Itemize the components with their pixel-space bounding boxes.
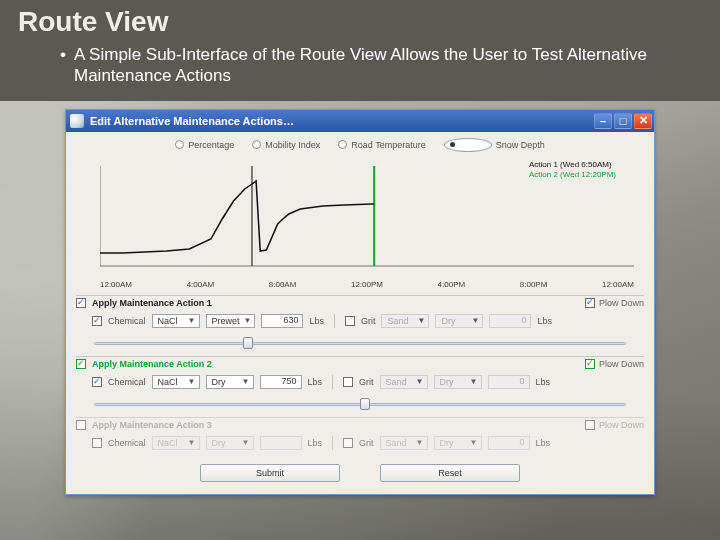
chem-form-2-select[interactable]: Dry▼: [206, 375, 254, 389]
chevron-down-icon: ▼: [472, 316, 480, 325]
chem-type-2-select[interactable]: NaCl▼: [152, 375, 200, 389]
x-tick: 12:00AM: [602, 280, 634, 289]
slider-track: [94, 342, 626, 345]
radio-label: Mobility Index: [265, 140, 320, 150]
plow-down-label: Plow Down: [599, 420, 644, 430]
chemical-label: Chemical: [108, 377, 146, 387]
grit-rate-3-input: 0: [488, 436, 530, 450]
radio-label: Road Temperature: [351, 140, 425, 150]
radio-mobility-index[interactable]: Mobility Index: [252, 138, 320, 152]
button-row: Submit Reset: [66, 456, 654, 494]
chevron-down-icon: ▼: [242, 438, 250, 447]
x-tick: 4:00PM: [438, 280, 466, 289]
time-slider-1[interactable]: [94, 336, 626, 350]
grit-2-checkbox[interactable]: [343, 377, 353, 387]
grit-label: Grit: [359, 438, 374, 448]
action-block-2: Apply Maintenance Action 2 Plow Down Che…: [76, 356, 644, 411]
app-window: Edit Alternative Maintenance Actions… – …: [65, 109, 655, 495]
divider: [332, 375, 333, 389]
chem-form-3-select: Dry▼: [206, 436, 254, 450]
grit-form-2-select[interactable]: Dry▼: [434, 375, 482, 389]
chem-rate-1-input[interactable]: 630: [261, 314, 303, 328]
chevron-down-icon: ▼: [470, 377, 478, 386]
minimize-button[interactable]: –: [594, 113, 612, 129]
radio-snow-depth[interactable]: Snow Depth: [444, 138, 545, 152]
slider-thumb[interactable]: [243, 337, 253, 349]
grit-type-3-select: Sand▼: [380, 436, 428, 450]
legend-action1: Action 1 (Wed 6:50AM): [529, 160, 616, 170]
action-2-title: Apply Maintenance Action 2: [92, 359, 262, 369]
radio-icon: [252, 140, 261, 149]
radio-road-temperature[interactable]: Road Temperature: [338, 138, 425, 152]
grit-type-1-select[interactable]: Sand▼: [381, 314, 429, 328]
action-1-title: Apply Maintenance Action 1: [92, 298, 262, 308]
slider-thumb[interactable]: [360, 398, 370, 410]
x-tick: 8:00AM: [269, 280, 297, 289]
time-slider-2[interactable]: [94, 397, 626, 411]
x-tick: 8:00PM: [520, 280, 548, 289]
bullet-icon: •: [60, 44, 66, 65]
action-block-1: Apply Maintenance Action 1 Plow Down Che…: [76, 295, 644, 350]
chart-legend: Action 1 (Wed 6:50AM) Action 2 (Wed 12:2…: [529, 160, 616, 181]
plow-down-label: Plow Down: [599, 298, 644, 308]
grit-label: Grit: [361, 316, 376, 326]
chevron-down-icon: ▼: [244, 316, 252, 325]
chart-x-ticks: 12:00AM 4:00AM 8:00AM 12:00PM 4:00PM 8:0…: [100, 280, 634, 289]
plow-down-3-checkbox: [585, 420, 595, 430]
chem-form-1-select[interactable]: Prewet▼: [206, 314, 256, 328]
rate-unit-label: Lbs: [308, 438, 323, 448]
chem-rate-2-input[interactable]: 750: [260, 375, 302, 389]
chevron-down-icon: ▼: [188, 377, 196, 386]
app-icon: [70, 114, 84, 128]
x-tick: 4:00AM: [187, 280, 215, 289]
divider: [334, 314, 335, 328]
plow-down-1-checkbox[interactable]: [585, 298, 595, 308]
legend-action2: Action 2 (Wed 12:20PM): [529, 170, 616, 180]
maximize-button[interactable]: □: [614, 113, 632, 129]
chart-area: 0 1 2 Action 1 (Wed 6:50AM) Action 2 (We…: [100, 156, 634, 276]
grit-unit-label: Lbs: [537, 316, 552, 326]
rate-unit-label: Lbs: [309, 316, 324, 326]
grit-unit-label: Lbs: [536, 438, 551, 448]
chem-rate-3-input: [260, 436, 302, 450]
chevron-down-icon: ▼: [188, 316, 196, 325]
slide-title: Route View: [0, 0, 720, 40]
chemical-3-checkbox: [92, 438, 102, 448]
radio-label: Percentage: [188, 140, 234, 150]
chemical-label: Chemical: [108, 316, 146, 326]
chevron-down-icon: ▼: [416, 438, 424, 447]
grit-type-2-select[interactable]: Sand▼: [380, 375, 428, 389]
enable-action-2-checkbox[interactable]: [76, 359, 86, 369]
radio-percentage[interactable]: Percentage: [175, 138, 234, 152]
chevron-down-icon: ▼: [188, 438, 196, 447]
x-tick: 12:00AM: [100, 280, 132, 289]
radio-icon: [338, 140, 347, 149]
plow-down-2-checkbox[interactable]: [585, 359, 595, 369]
reset-button[interactable]: Reset: [380, 464, 520, 482]
action-3-title: Apply Maintenance Action 3: [92, 420, 262, 430]
slide-bullet-text: A Simple Sub-Interface of the Route View…: [46, 44, 696, 87]
grit-label: Grit: [359, 377, 374, 387]
grit-3-checkbox: [343, 438, 353, 448]
radio-icon: [175, 140, 184, 149]
plow-down-label: Plow Down: [599, 359, 644, 369]
titlebar[interactable]: Edit Alternative Maintenance Actions… – …: [66, 110, 654, 132]
action-block-3: Apply Maintenance Action 3 Plow Down Che…: [76, 417, 644, 452]
grit-form-1-select[interactable]: Dry▼: [435, 314, 483, 328]
x-tick: 12:00PM: [351, 280, 383, 289]
submit-button[interactable]: Submit: [200, 464, 340, 482]
grit-rate-1-input[interactable]: 0: [489, 314, 531, 328]
rate-unit-label: Lbs: [308, 377, 323, 387]
chemical-1-checkbox[interactable]: [92, 316, 102, 326]
grit-rate-2-input[interactable]: 0: [488, 375, 530, 389]
slide-bullet: • A Simple Sub-Interface of the Route Vi…: [0, 40, 720, 101]
chem-type-1-select[interactable]: NaCl▼: [152, 314, 200, 328]
enable-action-1-checkbox[interactable]: [76, 298, 86, 308]
close-button[interactable]: ✕: [634, 113, 652, 129]
grit-1-checkbox[interactable]: [345, 316, 355, 326]
divider: [332, 436, 333, 450]
enable-action-3-checkbox[interactable]: [76, 420, 86, 430]
metric-radio-row: Percentage Mobility Index Road Temperatu…: [66, 132, 654, 154]
chemical-2-checkbox[interactable]: [92, 377, 102, 387]
window-title: Edit Alternative Maintenance Actions…: [90, 115, 294, 127]
